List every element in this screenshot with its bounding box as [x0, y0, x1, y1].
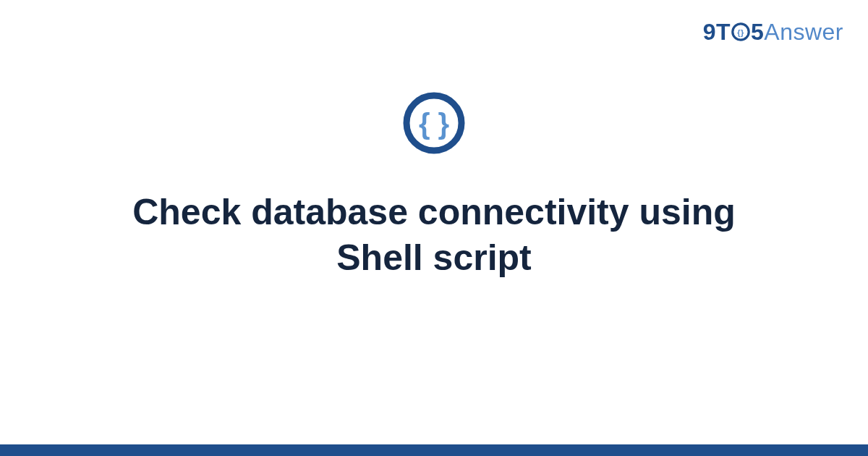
- page-title: Check database connectivity using Shell …: [109, 190, 760, 281]
- logo-text-answer: Answer: [764, 19, 843, 45]
- main-content: { } Check database connectivity using Sh…: [0, 91, 868, 281]
- logo-o-icon: {}: [731, 22, 750, 41]
- site-logo: 9T {} 5Answer: [703, 19, 843, 46]
- svg-text:{ }: { }: [419, 108, 449, 140]
- logo-text-5: 5: [751, 19, 764, 45]
- logo-text-9: 9: [703, 19, 716, 45]
- braces-in-circle-icon: { }: [402, 91, 466, 158]
- logo-text-t: T: [716, 19, 731, 45]
- footer-accent-bar: [0, 444, 868, 456]
- svg-text:{}: {}: [737, 28, 744, 37]
